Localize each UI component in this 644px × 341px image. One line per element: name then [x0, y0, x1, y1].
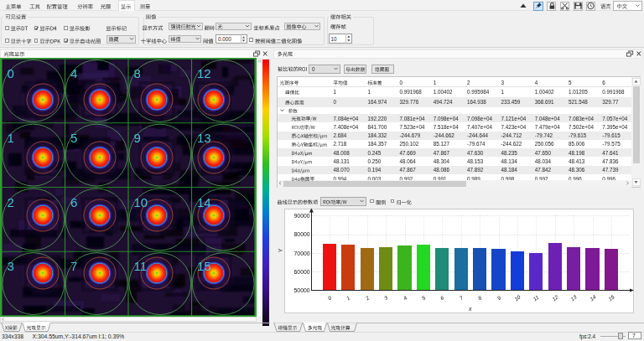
svg-text:0: 0: [8, 66, 14, 80]
svg-text:3: 3: [8, 259, 14, 273]
svg-text:5: 5: [70, 131, 77, 145]
svg-text:10: 10: [134, 195, 148, 209]
svg-text:9: 9: [134, 131, 141, 145]
svg-text:6: 6: [70, 195, 77, 209]
svg-text:7: 7: [70, 259, 77, 273]
svg-text:2: 2: [8, 195, 14, 209]
svg-text:12: 12: [197, 66, 211, 80]
svg-text:11: 11: [134, 259, 148, 273]
svg-text:14: 14: [197, 195, 211, 209]
svg-text:4: 4: [70, 66, 77, 80]
svg-text:8: 8: [134, 66, 141, 80]
svg-text:13: 13: [197, 131, 211, 145]
svg-text:1: 1: [8, 131, 14, 145]
svg-text:15: 15: [197, 259, 211, 273]
